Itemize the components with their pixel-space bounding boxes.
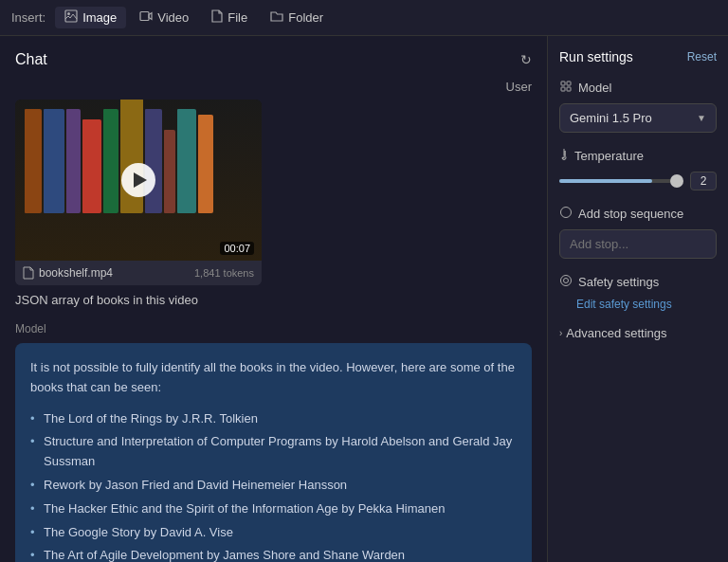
temperature-row: 2 [559,172,717,190]
user-label: User [15,80,532,94]
toolbar-item-image[interactable]: Image [55,7,126,28]
safety-section: Safety settings Edit safety settings [559,274,717,311]
video-thumbnail[interactable]: 00:07 [15,100,262,261]
book-7 [145,109,162,213]
stop-sequence-section: Add stop sequence [559,206,717,259]
play-arrow-icon [134,172,147,188]
safety-label: Safety settings [559,274,717,290]
settings-header: Run settings Reset [559,49,717,64]
list-item: The Art of Agile Development by James Sh… [30,544,517,562]
insert-label: Insert: [11,10,46,25]
book-4 [82,119,101,213]
list-item: The Lord of the Rings by J.R.R. Tolkien [30,408,517,431]
main-layout: Chat ↻ User [0,36,728,562]
folder-label: Folder [288,10,323,25]
svg-rect-3 [561,82,565,85]
model-selected: Gemini 1.5 Pro [570,111,652,125]
video-label: Video [157,10,189,25]
settings-title: Run settings [559,49,633,64]
svg-point-9 [561,276,572,286]
stop-sequence-input[interactable] [559,229,717,259]
chevron-right-icon: › [559,328,562,338]
book-9 [177,109,196,213]
file-small-icon [23,266,34,280]
book-10 [198,115,213,214]
video-tokens: 1,841 tokens [194,267,254,279]
stop-sequence-label-text: Add stop sequence [578,207,683,221]
list-item: The Hacker Ethic and the Spirit of the I… [30,498,517,521]
list-item: Rework by Jason Fried and David Heinemei… [30,474,517,498]
reset-button[interactable]: Reset [687,50,717,63]
book-3 [66,109,81,213]
video-duration: 00:07 [220,242,254,255]
temperature-label-text: Temperature [574,149,644,163]
stop-icon [559,206,573,222]
svg-point-8 [561,208,572,218]
filename-text: bookshelf.mp4 [39,266,113,280]
temperature-icon [559,148,569,164]
book-list: The Lord of the Rings by J.R.R. TolkienS… [30,408,517,562]
model-response: It is not possible to fully identify all… [15,343,532,562]
book-1 [25,109,42,213]
file-icon [211,9,223,26]
temperature-value[interactable]: 2 [690,172,717,190]
svg-rect-4 [567,82,571,85]
safety-label-text: Safety settings [578,275,659,289]
model-response-label: Model [15,322,532,335]
model-section-label: Model [559,80,717,96]
svg-point-10 [564,279,569,283]
chevron-down-icon: ▼ [697,113,706,123]
temperature-slider[interactable] [559,179,682,183]
video-info: bookshelf.mp4 1,841 tokens [15,261,262,285]
slider-fill [559,179,652,183]
edit-safety-link[interactable]: Edit safety settings [559,298,717,311]
temperature-label: Temperature [559,148,717,164]
video-filename: bookshelf.mp4 [23,266,113,280]
svg-rect-2 [140,12,149,21]
toolbar-item-folder[interactable]: Folder [261,8,333,27]
chat-prompt: JSON array of books in this video [15,293,532,307]
svg-rect-5 [561,87,565,91]
temperature-section: Temperature 2 [559,148,717,190]
chat-title: Chat [15,51,47,68]
model-dropdown[interactable]: Gemini 1.5 Pro ▼ [559,103,717,133]
slider-thumb[interactable] [670,174,683,188]
settings-panel: Run settings Reset Model Gemini 1.5 Pro … [548,36,728,562]
response-intro: It is not possible to fully identify all… [30,358,517,398]
toolbar: Insert: Image Video File [0,0,728,36]
image-label: Image [82,10,117,25]
model-section: Model Gemini 1.5 Pro ▼ [559,80,717,133]
list-item: Structure and Interpretation of Computer… [30,430,517,474]
svg-point-7 [562,156,566,160]
safety-icon [559,274,573,290]
file-label: File [228,10,247,25]
book-8 [164,130,175,213]
advanced-label: Advanced settings [566,326,666,340]
video-attachment: 00:07 bookshelf.mp4 1,841 tokens [15,100,262,285]
play-button[interactable] [121,163,155,197]
image-icon [64,9,78,26]
model-icon [559,80,573,96]
book-5 [103,109,118,213]
chat-panel: Chat ↻ User [0,36,548,562]
refresh-icon[interactable]: ↻ [520,52,532,67]
toolbar-item-file[interactable]: File [202,7,257,28]
list-item: The Google Story by David A. Vise [30,521,517,545]
model-label-text: Model [578,81,611,95]
toolbar-item-video[interactable]: Video [130,7,198,28]
svg-point-1 [67,12,70,15]
svg-rect-6 [567,87,571,91]
advanced-settings-toggle[interactable]: › Advanced settings [559,326,717,340]
book-2 [44,109,64,213]
folder-icon [270,10,283,25]
chat-header: Chat ↻ [15,51,532,68]
video-icon [139,9,153,26]
stop-sequence-label: Add stop sequence [559,206,717,222]
